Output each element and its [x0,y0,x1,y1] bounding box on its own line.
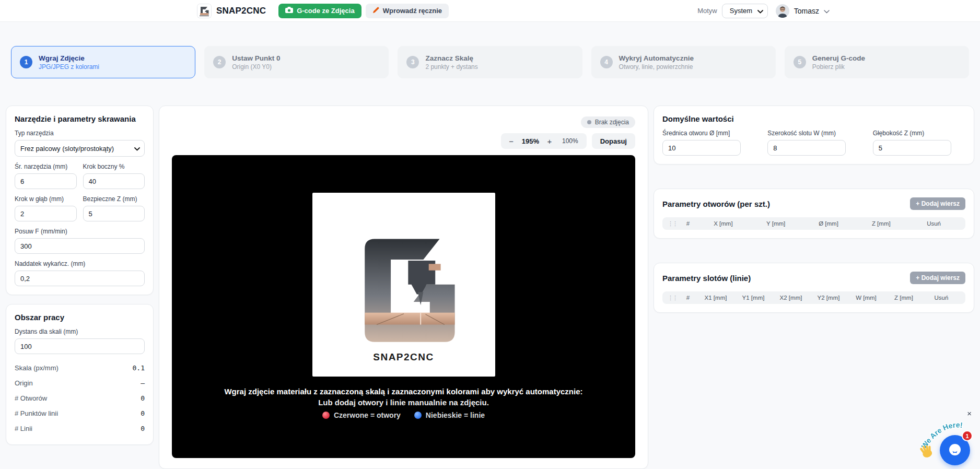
add-slot-row-button[interactable]: + Dodaj wiersz [910,272,965,284]
drag-handle-icon: ⋮⋮ [668,220,679,227]
zoom-controls: − 195% + 100% [501,133,587,149]
stat-row: # Linii 0 [15,421,145,436]
step-card[interactable]: 4 Wykryj Automatycznie Otwory, linie, po… [591,46,776,78]
zoom-out-button[interactable]: − [504,133,519,149]
field-input[interactable] [83,206,145,221]
default-field-label: Szerokość slotu W (mm) [767,130,860,137]
field-label: Krok boczny % [83,163,145,170]
holes-panel: Parametry otworów (per szt.) + Dodaj wie… [654,189,974,239]
blue-dot-icon [414,412,422,419]
chat-notification-badge: 1 [962,430,973,441]
step-card[interactable]: 1 Wgraj Zdjęcie JPG/JPEG z kolorami [11,46,195,78]
field-label: Śr. narzędzia (mm) [15,163,77,170]
chat-widget: × We Are Here! 1 [916,405,980,469]
app-title: SNAP2CNC [216,6,266,16]
column-header: X1 [mm] [697,295,734,301]
canvas-hint-line2: Lub dodaj otwory i linie manualnie na zd… [318,398,489,407]
column-header: Ø [mm] [802,220,855,227]
column-header: Y1 [mm] [734,295,772,301]
slots-table-header: ⋮⋮ #X1 [mm]Y1 [mm]X2 [mm]Y2 [mm]W [mm]Z … [662,291,965,304]
stat-label: Skala (px/mm) [15,364,59,372]
zoom-reset-button[interactable]: 100% [557,137,584,145]
logo-caption: SNAP2CNC [373,351,434,363]
step-number: 3 [406,56,419,68]
step-title: Zaznacz Skalę [425,54,477,62]
canvas-legend: Czerwone = otwory Niebieskie = linie [322,411,485,419]
default-field-label: Średnica otworu Ø [mm] [662,130,755,137]
field-input[interactable] [83,173,145,189]
step-subtitle: JPG/JPEG z kolorami [39,63,99,71]
theme-label: Motyw [697,7,717,15]
legend-blue-label: Niebieskie = linie [426,411,485,419]
defaults-panel: Domyślne wartości Średnica otworu Ø [mm]… [654,105,974,165]
canvas-hint-line1: Wgraj zdjęcie materiału z zaznaczoną ska… [224,387,582,396]
wave-hand-icon [918,443,936,462]
defaults-title: Domyślne wartości [662,114,965,123]
default-field-input[interactable] [873,140,951,156]
holes-title: Parametry otworów (per szt.) [662,200,770,208]
user-name: Tomasz [794,7,819,15]
fit-button[interactable]: Dopasuj [592,133,635,149]
stat-value: 0.1 [133,364,145,372]
canvas-panel: Brak zdjęcia − 195% + 100% Dopasuj [159,105,648,469]
step-number: 5 [794,56,806,68]
manual-entry-button[interactable]: Wprowadź ręcznie [366,4,449,18]
stat-value: 0 [141,409,145,417]
stat-row: # Otworów 0 [15,391,145,406]
slots-panel: Parametry slotów (linie) + Dodaj wiersz … [654,263,974,313]
drag-handle-icon: ⋮⋮ [668,295,679,301]
tool-panel-title: Narzędzie i parametry skrawania [15,114,145,123]
field-input[interactable] [15,206,77,221]
scale-distance-label: Dystans dla skali (mm) [15,328,145,335]
step-subtitle: Pobierz plik [812,63,865,71]
status-dot-icon [587,120,591,124]
feed-input[interactable] [15,238,145,254]
step-title: Wykryj Automatycznie [619,54,694,62]
tool-panel: Narzędzie i parametry skrawania Typ narz… [6,105,154,295]
add-hole-row-button[interactable]: + Dodaj wiersz [910,197,965,210]
default-field-input[interactable] [662,140,741,156]
step-subtitle: Otwory, linie, powierzchnie [619,63,694,71]
column-header: Z [mm] [885,295,923,301]
step-number: 4 [600,56,613,68]
image-canvas[interactable]: SNAP2CNC Wgraj zdjęcie materiału z zazna… [172,155,635,458]
app-logo [197,4,211,18]
no-image-badge: Brak zdjęcia [581,116,635,128]
stat-label: # Linii [15,425,32,432]
header-bar: SNAP2CNC G-code ze Zdjęcia Wprowadź ręcz… [0,0,980,22]
step-number: 2 [213,56,226,68]
field-label: Bezpieczne Z (mm) [83,195,145,203]
column-header: Y2 [mm] [810,295,847,301]
column-header: Y [mm] [750,220,802,227]
column-header: Usuń [923,295,960,301]
steps-bar: 1 Wgraj Zdjęcie JPG/JPEG z kolorami 2 Us… [11,46,969,78]
holes-table-header: ⋮⋮ #X [mm]Y [mm]Ø [mm]Z [mm]Usuń [662,217,965,230]
column-header: X2 [mm] [772,295,810,301]
stat-row: Origin – [15,376,145,391]
scale-distance-input[interactable] [15,338,145,354]
step-subtitle: 2 punkty + dystans [425,63,477,71]
column-header: Z [mm] [855,220,907,227]
field-input[interactable] [15,173,77,189]
column-header: X [mm] [697,220,750,227]
pencil-icon [372,7,379,15]
step-card[interactable]: 2 Ustaw Punkt 0 Origin (X0 Y0) [204,46,389,78]
theme-select[interactable]: System [722,4,768,18]
step-card[interactable]: 5 Generuj G-code Pobierz plik [785,46,969,78]
step-title: Ustaw Punkt 0 [232,54,280,62]
slots-title: Parametry slotów (linie) [662,274,751,283]
tool-type-label: Typ narzędzia [15,130,145,137]
gcode-photo-button[interactable]: G-code ze Zdjęcia [278,4,361,18]
user-menu-chevron-icon[interactable] [824,6,830,16]
allowance-input[interactable] [15,271,145,286]
chat-close-icon[interactable]: × [967,409,972,417]
user-avatar[interactable] [776,4,789,18]
zoom-in-button[interactable]: + [542,133,557,149]
default-field-label: Głębokość Z (mm) [873,130,965,137]
tool-type-select[interactable]: Frez palcowy (sloty/prostokąty) [15,140,145,157]
red-dot-icon [322,412,330,419]
step-card[interactable]: 3 Zaznacz Skalę 2 punkty + dystans [398,46,582,78]
stat-value: – [141,379,145,387]
placeholder-logo-card: SNAP2CNC [312,193,495,377]
default-field-input[interactable] [767,140,846,156]
